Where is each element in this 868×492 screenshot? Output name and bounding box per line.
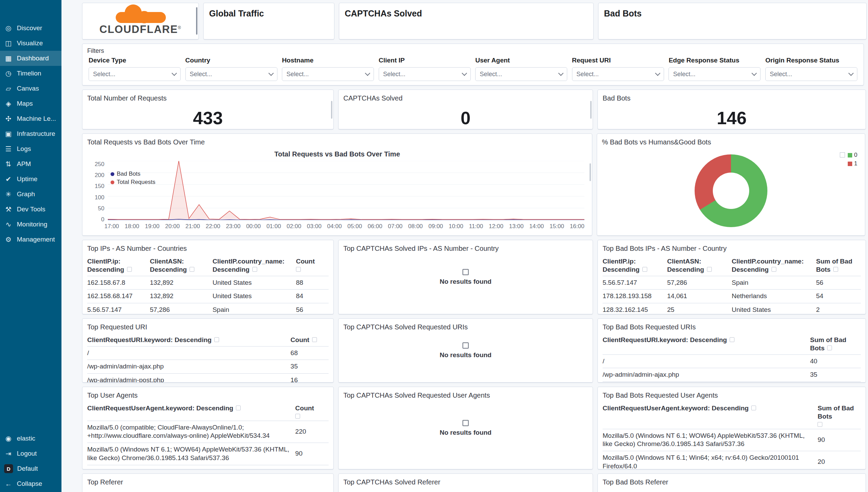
panel-title: Top Bad Bots Requested User Agents bbox=[598, 387, 866, 401]
column-header[interactable]: Sum of Bad Bots bbox=[810, 333, 861, 354]
sidebar-item[interactable]: ✳ Graph bbox=[0, 187, 61, 202]
panel-scrollbar[interactable] bbox=[331, 101, 332, 119]
sidebar-footer-item[interactable]: ← Collapse bbox=[0, 476, 61, 491]
filter-select[interactable]: Select... bbox=[669, 67, 761, 81]
empty-state: No results found bbox=[339, 474, 593, 492]
filter-select[interactable]: Select... bbox=[185, 67, 277, 81]
sidebar-item[interactable]: ◷ Timelion bbox=[0, 66, 61, 81]
legend-dot-icon bbox=[111, 180, 114, 184]
no-results-text: No results found bbox=[440, 351, 492, 359]
filter-select[interactable]: Select... bbox=[89, 67, 181, 81]
sidebar-item[interactable]: ▣ Infrastructure bbox=[0, 126, 61, 141]
legend-toggle-icon[interactable] bbox=[840, 152, 845, 157]
legend-item[interactable]: Total Requests bbox=[111, 179, 155, 186]
column-header[interactable]: Count bbox=[290, 333, 329, 346]
legend-item[interactable]: Bad Bots bbox=[111, 171, 155, 177]
sidebar-item[interactable]: ▦ Dashboard bbox=[0, 51, 61, 66]
sidebar-footer-icon: ◉ bbox=[4, 434, 13, 443]
cloudflare-logo: CLOUDFLARE® bbox=[82, 3, 198, 35]
sidebar-item[interactable]: ◎ Discover bbox=[0, 21, 61, 36]
column-header[interactable]: ClientIP.country_name: Descending bbox=[213, 255, 296, 276]
y-axis-label: 250 bbox=[95, 161, 104, 168]
panel-scrollbar[interactable] bbox=[590, 101, 592, 119]
column-header[interactable]: ClientIP.country_name: Descending bbox=[732, 255, 816, 276]
sidebar-item-icon: ✔ bbox=[4, 175, 13, 183]
header-label: ClientRequestURI.keyword: Descending bbox=[603, 336, 727, 343]
column-header[interactable]: ClientRequestUserAgent.keyword: Descendi… bbox=[87, 401, 295, 421]
sidebar-item[interactable]: ▱ Canvas bbox=[0, 81, 61, 96]
x-axis-label: 09:00 bbox=[429, 223, 443, 230]
panel-scrollbar[interactable] bbox=[196, 7, 197, 35]
sort-icon bbox=[190, 267, 194, 272]
legend-dot-icon bbox=[111, 172, 114, 176]
sidebar-item[interactable]: ⇅ APM bbox=[0, 156, 61, 172]
filter-label: Client IP bbox=[379, 57, 471, 64]
x-axis-label: 05:00 bbox=[347, 223, 362, 230]
sidebar-item-label: Discover bbox=[17, 24, 42, 32]
sort-icon bbox=[730, 337, 734, 342]
filter-select[interactable]: Select... bbox=[282, 67, 374, 81]
column-header[interactable]: Sum of Bad Bots bbox=[818, 401, 861, 429]
sidebar-item[interactable]: ∿ Monitoring bbox=[0, 217, 61, 232]
x-axis-label: 02:00 bbox=[287, 223, 301, 230]
sidebar-item[interactable]: ✣ Machine Le... bbox=[0, 111, 61, 126]
column-header[interactable]: ClientASN: Descending bbox=[150, 255, 212, 276]
legend-item[interactable]: 1 bbox=[848, 160, 857, 167]
column-header[interactable]: Sum of Bad Bots bbox=[816, 255, 861, 276]
cell-sum: 16 bbox=[810, 382, 861, 383]
filter-select[interactable]: Select... bbox=[572, 67, 664, 81]
sidebar-item[interactable]: ◈ Maps bbox=[0, 96, 61, 111]
cell-country: United States bbox=[213, 290, 296, 303]
badbot-ips-table: ClientIP.ip: Descending ClientASN: Desce… bbox=[603, 255, 861, 314]
sidebar-item[interactable]: ✔ Uptime bbox=[0, 172, 61, 187]
cell-asn: 132,892 bbox=[150, 290, 212, 303]
donut-ring[interactable] bbox=[695, 154, 767, 227]
cell-asn: 14,061 bbox=[667, 290, 732, 303]
filter-select[interactable]: Select... bbox=[475, 67, 567, 81]
sidebar-footer-icon: ← bbox=[4, 480, 13, 488]
filter-label: User Agent bbox=[475, 57, 567, 64]
sidebar-item[interactable]: ⚙ Management bbox=[0, 232, 61, 247]
badbots-title: Bad Bots bbox=[598, 3, 866, 24]
panel-scrollbar[interactable] bbox=[590, 163, 591, 181]
column-header[interactable] bbox=[603, 488, 810, 492]
metric-title: Bad Bots bbox=[598, 90, 866, 104]
filter-select[interactable]: Select... bbox=[379, 67, 471, 81]
legend-item[interactable]: 0 bbox=[848, 152, 857, 159]
column-header[interactable]: ClientRequestURI.keyword: Descending bbox=[603, 333, 810, 354]
sidebar-item[interactable]: ⚒ Dev Tools bbox=[0, 202, 61, 217]
column-header[interactable]: Count bbox=[296, 255, 329, 276]
column-header[interactable]: ClientIP.ip: Descending bbox=[87, 255, 150, 276]
column-header[interactable] bbox=[87, 488, 295, 492]
sidebar-item-icon: ◷ bbox=[4, 69, 13, 78]
x-axis-label: 07:00 bbox=[388, 223, 403, 230]
sidebar-item-label: Dev Tools bbox=[17, 206, 45, 213]
table-row: Mozilla/5.0 (Windows NT 6.1; WOW64) Appl… bbox=[87, 443, 329, 465]
cell-country: Netherlands bbox=[732, 290, 816, 303]
sort-icon bbox=[772, 267, 776, 272]
chevron-down-icon bbox=[848, 71, 854, 76]
cell-sum: 35 bbox=[810, 368, 861, 382]
sidebar-footer-item[interactable]: ⇥ Logout bbox=[0, 446, 61, 461]
panel-timeseries: Total Requests vs Bad Bots Over Time Tot… bbox=[82, 133, 592, 236]
timeseries-svg[interactable] bbox=[108, 161, 584, 220]
sidebar-item[interactable]: ☰ Logs bbox=[0, 141, 61, 156]
filter-select[interactable]: Select... bbox=[765, 67, 857, 81]
column-header[interactable]: Count bbox=[295, 488, 329, 492]
sidebar-footer-item[interactable]: D Default bbox=[0, 461, 61, 476]
sidebar-item[interactable]: ◫ Visualize bbox=[0, 36, 61, 51]
chevron-down-icon bbox=[558, 71, 564, 76]
sort-icon bbox=[827, 345, 832, 350]
plot-area[interactable]: Bad Bots Total Requests bbox=[108, 161, 584, 220]
column-header[interactable]: ClientIP.ip: Descending bbox=[603, 255, 667, 276]
column-header[interactable]: Count bbox=[295, 401, 329, 421]
column-header[interactable]: ClientRequestUserAgent.keyword: Descendi… bbox=[603, 401, 818, 429]
sidebar-footer-item[interactable]: ◉ elastic bbox=[0, 431, 61, 446]
column-header[interactable]: Sum of Bad Bots bbox=[810, 488, 861, 492]
table-row: 162.158.68.147 132,892 United States 84 bbox=[87, 290, 329, 303]
no-results-icon bbox=[462, 342, 469, 349]
panel-metric-total-requests: Total Number of Requests 433 bbox=[82, 90, 334, 129]
sidebar-item-icon: ✳ bbox=[4, 190, 13, 198]
column-header[interactable]: ClientRequestURI.keyword: Descending bbox=[87, 333, 290, 346]
column-header[interactable]: ClientASN: Descending bbox=[667, 255, 732, 276]
